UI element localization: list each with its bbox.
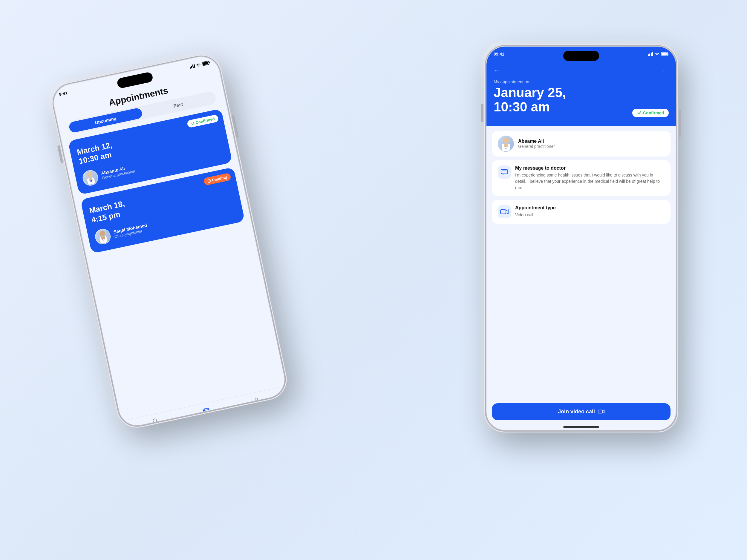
svg-rect-47 bbox=[598, 410, 602, 414]
dynamic-island-2 bbox=[563, 51, 599, 61]
svg-point-15 bbox=[209, 181, 210, 182]
nav-profile-label: Profile bbox=[253, 404, 263, 410]
detail-confirmed-badge: Confirmed bbox=[632, 109, 669, 117]
phone-appointments: 9:41 bbox=[48, 51, 291, 431]
profile-icon bbox=[252, 395, 261, 405]
appt-type-content: Appointment type Video call bbox=[515, 205, 556, 218]
battery-icon-2 bbox=[661, 52, 669, 56]
svg-rect-46 bbox=[500, 210, 506, 214]
check-icon-detail bbox=[637, 111, 641, 115]
message-card: My message to doctor I'm experiencing so… bbox=[492, 160, 670, 196]
svg-rect-24 bbox=[203, 408, 210, 415]
doctor-avatar-1 bbox=[81, 169, 100, 187]
pending-icon bbox=[207, 179, 211, 183]
svg-line-25 bbox=[203, 409, 209, 410]
svg-point-22 bbox=[153, 419, 157, 423]
scene: 9:41 bbox=[45, 26, 702, 534]
calendar-icon bbox=[202, 406, 210, 415]
video-camera-icon bbox=[500, 209, 509, 215]
doctor-figure-detail bbox=[499, 136, 512, 151]
doctor-figure-1 bbox=[83, 170, 97, 185]
svg-line-26 bbox=[204, 408, 205, 409]
appointment-type-card: Appointment type Video call bbox=[492, 200, 670, 224]
person-icon bbox=[252, 396, 261, 404]
nav-appointments[interactable]: Appointments bbox=[196, 405, 218, 422]
phone-detail: 09:41 bbox=[484, 44, 678, 432]
appt-main-date: January 25, 10:30 am bbox=[494, 85, 566, 114]
phone-2-screen: 09:41 bbox=[486, 47, 676, 430]
nav-doctors-label: Doctors bbox=[151, 426, 162, 429]
video-icon bbox=[498, 205, 511, 218]
detail-cards: Absame Ali General practitioner bbox=[486, 126, 676, 401]
doctor-info-1: Absame Ali General practitioner bbox=[100, 164, 136, 180]
doctor-card: Absame Ali General practitioner bbox=[492, 131, 670, 157]
video-icon-btn bbox=[598, 409, 604, 414]
status-icons-1 bbox=[189, 60, 210, 69]
nav-doctors[interactable]: Doctors bbox=[149, 416, 162, 429]
svg-rect-33 bbox=[652, 52, 653, 56]
status-time-1: 9:41 bbox=[58, 90, 68, 97]
message-content: My message to doctor I'm experiencing so… bbox=[515, 165, 665, 191]
message-icon bbox=[498, 165, 511, 179]
svg-rect-3 bbox=[194, 63, 196, 68]
svg-point-37 bbox=[503, 137, 509, 143]
svg-rect-28 bbox=[205, 411, 206, 413]
svg-rect-1 bbox=[191, 65, 192, 68]
chat-icon bbox=[500, 169, 508, 175]
svg-point-29 bbox=[255, 398, 258, 400]
wifi-icon-2 bbox=[655, 52, 660, 56]
svg-rect-30 bbox=[648, 54, 649, 56]
nav-profile[interactable]: Profile bbox=[251, 395, 263, 410]
phone-1-screen: 9:41 bbox=[51, 53, 288, 429]
header-nav: ← … bbox=[494, 66, 669, 75]
svg-point-16 bbox=[99, 230, 105, 237]
doctor-detail-info: Absame Ali General practitioner bbox=[518, 139, 555, 149]
svg-point-7 bbox=[87, 172, 93, 178]
svg-rect-32 bbox=[651, 53, 652, 56]
svg-rect-2 bbox=[192, 64, 194, 68]
doctor-avatar-2 bbox=[94, 227, 112, 246]
svg-rect-0 bbox=[190, 66, 191, 69]
check-icon-1 bbox=[191, 121, 195, 125]
svg-line-27 bbox=[207, 408, 207, 409]
nav-appointments-label: Appointments bbox=[198, 414, 218, 422]
home-indicator-2 bbox=[563, 426, 599, 428]
signal-icon bbox=[189, 63, 196, 69]
back-button[interactable]: ← bbox=[494, 66, 501, 75]
status-time-2: 09:41 bbox=[494, 52, 505, 56]
appointments-list: Confirmed March 12, 10:30 am bbox=[61, 101, 286, 421]
doctors-icon bbox=[150, 417, 160, 426]
status-icons-2 bbox=[648, 52, 669, 56]
detail-header: ← … My appointment on January 25, 10:30 … bbox=[486, 61, 676, 126]
detail-screen: 09:41 bbox=[486, 47, 676, 430]
svg-rect-43 bbox=[501, 169, 508, 174]
header-bottom: January 25, 10:30 am Confirmed bbox=[494, 85, 669, 117]
battery-icon bbox=[202, 60, 210, 66]
appointments-icon bbox=[201, 406, 211, 416]
svg-line-14 bbox=[209, 180, 209, 181]
doctor-info-2: Sagal Mohamed Otolaryngologist bbox=[113, 222, 148, 239]
svg-point-23 bbox=[155, 422, 157, 424]
appointments-screen: Appointments Upcoming Past Confirmed bbox=[54, 68, 288, 429]
signal-icon-2 bbox=[648, 52, 653, 56]
join-video-call-button[interactable]: Join video call bbox=[492, 403, 670, 420]
svg-rect-35 bbox=[668, 53, 669, 55]
appt-subtitle: My appointment on bbox=[494, 79, 669, 84]
doctor-avatar-detail bbox=[498, 136, 514, 152]
wifi-icon bbox=[196, 62, 201, 67]
doctor-figure-2 bbox=[96, 229, 110, 244]
more-button[interactable]: … bbox=[662, 67, 669, 74]
stethoscope-icon bbox=[151, 418, 159, 426]
svg-rect-31 bbox=[649, 53, 650, 56]
svg-rect-36 bbox=[662, 53, 667, 55]
